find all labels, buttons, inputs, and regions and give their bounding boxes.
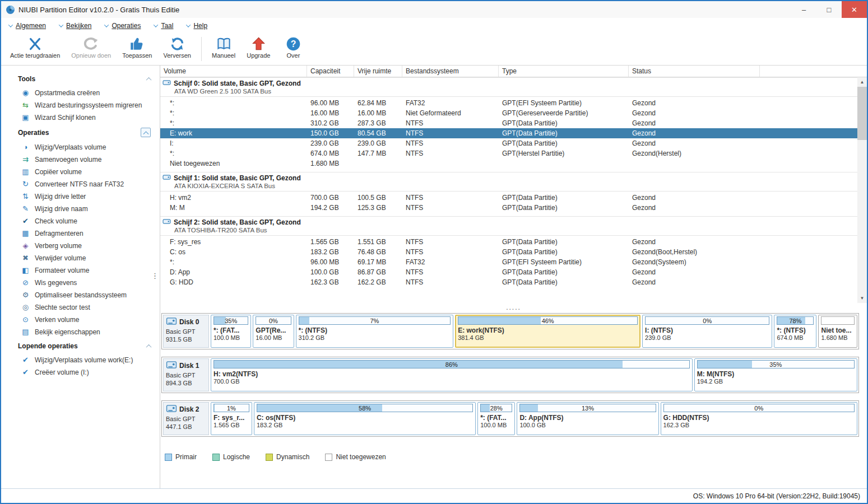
sidebar-item[interactable]: ↻ Converteer NTFS naar FAT32 bbox=[1, 178, 160, 190]
sidebar-item[interactable]: ◧ Formateer volume bbox=[1, 264, 160, 277]
column-header[interactable]: Bestandssysteem bbox=[402, 66, 499, 77]
partition-block[interactable]: Niet toe... 1.680 MB bbox=[818, 315, 857, 348]
maximize-button[interactable]: □ bbox=[816, 1, 842, 18]
undo-button[interactable]: Actie terugdraaien bbox=[4, 35, 66, 63]
disk0-info[interactable]: Disk 0 Basic GPT 931.5 GB bbox=[163, 315, 209, 348]
column-header[interactable]: Volume bbox=[160, 66, 307, 77]
volume-row[interactable]: M: M 194.2 GB 125.3 GB NTFS GPT(Data Par… bbox=[160, 203, 857, 213]
column-header[interactable]: Status bbox=[629, 66, 760, 77]
sidebar-item[interactable]: ◑ Wijzig/Verplaats volume bbox=[1, 141, 160, 153]
volume-row[interactable]: *: 96.00 MB 62.84 MB FAT32 GPT(EFI Syste… bbox=[160, 98, 857, 108]
column-header[interactable]: Type bbox=[499, 66, 629, 77]
menu-item[interactable]: Bekijken bbox=[59, 22, 91, 30]
volume-row[interactable]: I: 239.0 GB 239.0 GB NTFS GPT(Data Parti… bbox=[160, 138, 857, 148]
partition-size: 183.2 GB bbox=[257, 422, 473, 428]
volume-row[interactable]: E: work 150.0 GB 80.54 GB NTFS GPT(Data … bbox=[160, 128, 857, 138]
status-cell: Gezond bbox=[629, 238, 760, 246]
volume-row[interactable]: *: 16.00 MB 16.00 MB Niet Geformateerd G… bbox=[160, 108, 857, 118]
sidebar-item[interactable]: ⚙ Optimaliseer bestandssysteem bbox=[1, 289, 160, 301]
partition-block[interactable]: 0% I: (NTFS) 239.0 GB bbox=[642, 315, 772, 348]
filesystem-cell: NTFS bbox=[402, 204, 499, 212]
volume-row[interactable]: *: 310.2 GB 287.3 GB NTFS GPT(Data Parti… bbox=[160, 118, 857, 128]
collapse-box[interactable] bbox=[141, 128, 151, 137]
volume-row[interactable]: *: 96.00 MB 69.17 MB FAT32 GPT(EFI Syste… bbox=[160, 257, 857, 267]
collapse-icon[interactable] bbox=[146, 77, 152, 82]
volume-row[interactable]: G: HDD 162.3 GB 162.2 GB NTFS GPT(Data P… bbox=[160, 277, 857, 287]
partition-block[interactable]: 86% H: vm2(NTFS) 700.0 GB bbox=[211, 358, 693, 391]
sidebar-item[interactable]: ⇆ Wizard besturingssysteem migreren bbox=[1, 99, 160, 111]
status-cell: Gezond bbox=[629, 278, 760, 286]
disk2-info[interactable]: Disk 2 Basic GPT 447.1 GB bbox=[163, 402, 209, 435]
partition-block[interactable]: 46% E: work(NTFS) 381.4 GB bbox=[455, 315, 640, 348]
sidebar-item[interactable]: ▤ Bekijk eigenschappen bbox=[1, 326, 160, 338]
menu-item[interactable]: Operaties bbox=[105, 22, 141, 30]
column-header[interactable]: Vrije ruimte bbox=[354, 66, 402, 77]
partition-block[interactable]: 58% C: os(NTFS) 183.2 GB bbox=[254, 402, 476, 435]
volume-row[interactable]: *: 674.0 MB 147.7 MB NTFS GPT(Herstel Pa… bbox=[160, 148, 857, 158]
sidebar-item[interactable]: ✎ Wijzig drive naam bbox=[1, 203, 160, 215]
partition-block[interactable]: 0% G: HDD(NTFS) 162.3 GB bbox=[661, 402, 857, 435]
volume-row[interactable]: C: os 183.2 GB 76.48 GB NTFS GPT(Data Pa… bbox=[160, 247, 857, 257]
sidebar-item[interactable]: ✔ Check volume bbox=[1, 215, 160, 227]
partition-block[interactable]: 28% *: (FAT... 100.0 MB bbox=[477, 402, 515, 435]
scroll-down-button[interactable]: ▼ bbox=[857, 293, 867, 303]
sidebar-item[interactable]: ⊙ Verken volume bbox=[1, 314, 160, 326]
usage-bar: 35% bbox=[213, 316, 248, 325]
column-header[interactable]: Capaciteit bbox=[307, 66, 354, 77]
close-button[interactable]: ✕ bbox=[842, 1, 867, 18]
partition-block[interactable]: 0% GPT(Re... 16.00 MB bbox=[253, 315, 294, 348]
volume-row[interactable]: F: sys_res 1.565 GB 1.551 GB NTFS GPT(Da… bbox=[160, 237, 857, 247]
sidebar-item[interactable]: ⊘ Wis gegevens bbox=[1, 277, 160, 289]
filesystem-cell: NTFS bbox=[402, 194, 499, 202]
collapse-icon[interactable] bbox=[146, 344, 152, 349]
partition-block[interactable]: 35% *: (FAT... 100.0 MB bbox=[211, 315, 251, 348]
sidebar-item[interactable]: ◈ Verberg volume bbox=[1, 240, 160, 252]
tools-section-header[interactable]: Tools bbox=[1, 71, 160, 87]
sidebar-item[interactable]: ◎ Slechte sector test bbox=[1, 301, 160, 314]
sidebar-splitter-handle[interactable]: ⋮ bbox=[151, 272, 159, 280]
minimize-button[interactable]: – bbox=[791, 1, 816, 18]
partition-block[interactable]: 1% F: sys_r... 1.565 GB bbox=[211, 402, 252, 435]
sidebar-item[interactable]: ▦ Defragmenteren bbox=[1, 227, 160, 240]
partition-block[interactable]: 78% *: (NTFS) 674.0 MB bbox=[774, 315, 816, 348]
menu-item[interactable]: Taal bbox=[154, 22, 173, 30]
partition-block[interactable]: 13% D: App(NTFS) 100.0 GB bbox=[517, 402, 658, 435]
disk1-info[interactable]: Disk 1 Basic GPT 894.3 GB bbox=[163, 358, 209, 391]
menu-item[interactable]: Help bbox=[187, 22, 207, 30]
titlebar: NIUBI Partition Editor v10.2.0 - Gratis … bbox=[1, 1, 867, 18]
menu-item[interactable]: Algemeen bbox=[9, 22, 46, 30]
sidebar-item[interactable]: ◉ Opstartmedia creëren bbox=[1, 87, 160, 99]
upgrade-button[interactable]: Upgrade bbox=[241, 35, 276, 63]
partition-block[interactable]: 35% M: M(NTFS) 194.2 GB bbox=[694, 358, 857, 391]
partition-block[interactable]: 7% *: (NTFS) 310.2 GB bbox=[296, 315, 454, 348]
volume-row[interactable]: D: App 100.0 GB 86.87 GB NTFS GPT(Data P… bbox=[160, 267, 857, 277]
sidebar-item[interactable]: ⇉ Samenvoegen volume bbox=[1, 153, 160, 166]
svg-text:?: ? bbox=[291, 39, 296, 49]
sidebar-item[interactable]: ✖ Verwijder volume bbox=[1, 252, 160, 264]
sidebar-item[interactable]: ▣ Wizard Schijf klonen bbox=[1, 111, 160, 124]
legend-label: Niet toegewezen bbox=[336, 453, 386, 461]
sidebar-item[interactable]: ▥ Copiëer volume bbox=[1, 166, 160, 178]
pending-section-header[interactable]: Lopende operaties bbox=[1, 338, 160, 354]
horizontal-splitter-handle[interactable]: ..... bbox=[160, 303, 867, 312]
sidebar-item[interactable]: ⇅ Wijzig drive letter bbox=[1, 190, 160, 203]
operations-section-header[interactable]: Operaties bbox=[1, 124, 160, 141]
scrollbar-thumb[interactable] bbox=[857, 87, 867, 140]
volume-row[interactable]: Niet toegewezen 1.680 MB bbox=[160, 158, 857, 169]
scrollbar-track[interactable] bbox=[857, 87, 867, 293]
disk2-header[interactable]: Schijf 2: Solid state, Basic GPT, Gezond… bbox=[160, 216, 857, 236]
redo-button[interactable]: Opnieuw doen bbox=[66, 35, 117, 63]
about-button[interactable]: ? Over bbox=[276, 35, 310, 63]
manual-button[interactable]: Manueel bbox=[206, 35, 241, 63]
apply-button[interactable]: Toepassen bbox=[117, 35, 157, 63]
sidebar-item[interactable]: ✔ Creëer volume (I:) bbox=[1, 366, 160, 379]
disk1-header[interactable]: Schijf 1: Solid state, Basic GPT, Gezond… bbox=[160, 172, 857, 192]
disk0-header[interactable]: Schijf 0: Solid state, Basic GPT, Gezond… bbox=[160, 77, 857, 97]
refresh-button[interactable]: Verversen bbox=[157, 35, 197, 63]
filesystem-cell: NTFS bbox=[402, 150, 499, 157]
scroll-up-button[interactable]: ▲ bbox=[857, 77, 867, 87]
sidebar-item[interactable]: ✔ Wijzig/Verplaats volume work(E:) bbox=[1, 354, 160, 366]
usage-percent: 13% bbox=[520, 404, 655, 412]
vertical-scrollbar[interactable]: ▲ ▼ bbox=[857, 77, 867, 303]
volume-row[interactable]: H: vm2 700.0 GB 100.5 GB NTFS GPT(Data P… bbox=[160, 193, 857, 203]
